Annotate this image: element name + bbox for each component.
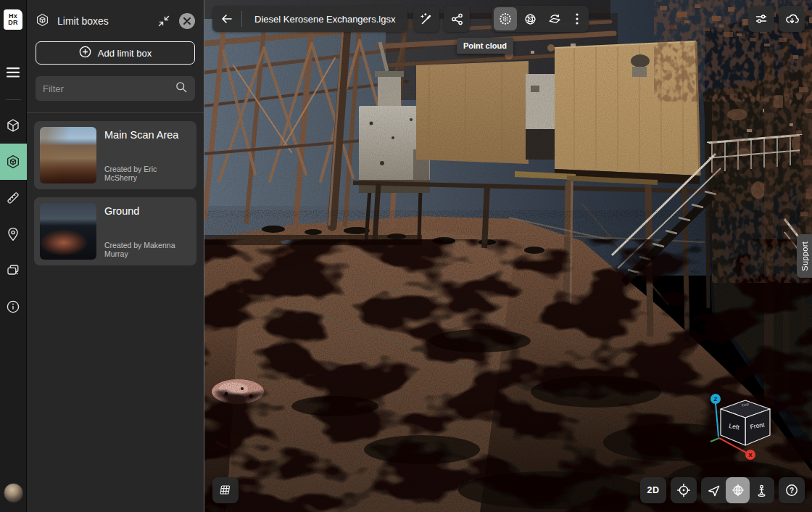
card-text: Main Scan Area Created by Eric McSherry [96,127,191,183]
app-window: Hx DR [0,0,812,512]
close-panel-button[interactable] [179,13,195,29]
scenes-icon [6,263,20,278]
support-label: Support [800,241,809,271]
sidebar-item-measure[interactable] [0,180,27,216]
plus-circle-icon [79,46,91,60]
svg-text:X: X [748,452,753,458]
svg-text:Z: Z [714,396,718,402]
minimap-button[interactable] [212,477,239,503]
document-title: Diesel Kerosene Exchangers.lgsx [242,14,407,25]
add-limit-box-button[interactable]: Add limit box [36,41,195,65]
sidebar-item-scenes[interactable] [0,252,27,289]
limit-box-list: Main Scan Area Created by Eric McSherry … [27,113,204,512]
thumbnail-ground [40,203,96,260]
fly-navigation-icon [707,484,721,497]
navigation-controls: 2D [640,477,805,503]
filter-input[interactable] [43,83,175,94]
view-cube[interactable]: Left Front Top Z X [705,392,784,461]
kebab-menu-icon [576,13,579,25]
svg-text:?: ? [790,487,794,495]
limit-box-header-icon [36,13,49,30]
viewport: Diesel Kerosene Exchangers.lgsx [204,0,812,512]
target-icon [676,483,691,497]
help-button[interactable]: ? [779,477,805,503]
thumbnail-main-scan-area [40,127,96,183]
list-item-ground[interactable]: Ground Created by Makenna Murray [34,197,196,265]
hxdr-logo: Hx DR [4,9,22,30]
collapse-panel-button[interactable] [154,12,173,30]
share-button[interactable] [444,6,470,32]
cloud-download-icon [784,12,800,27]
support-tab[interactable]: Support [797,234,812,278]
main-menu-button[interactable] [0,56,27,89]
mesh-globe-icon [523,12,537,26]
item-created-by: Created by Eric McSherry [104,165,189,182]
camera-mode-group [701,477,774,503]
orbit-globe-icon [731,483,745,497]
textured-mesh-button[interactable] [543,7,566,30]
point-cloud-tooltip: Point cloud [457,38,513,54]
layer-toggle-group [492,6,589,32]
mesh-globe-button[interactable] [518,7,542,30]
user-avatar[interactable] [4,483,23,503]
topright-buttons [748,6,805,32]
item-created-by: Created by Makenna Murray [104,241,189,258]
item-title: Ground [104,205,189,217]
orbit-mode-button[interactable] [726,477,750,503]
panel-title: Limit boxes [57,15,154,27]
more-options-button[interactable] [568,7,587,30]
magic-wand-button[interactable] [413,6,439,32]
2d-mode-button[interactable]: 2D [640,477,666,503]
sidebar-item-locations[interactable] [0,216,27,252]
cube-icon [6,118,20,133]
search-icon [175,80,188,96]
info-icon [6,300,20,314]
help-icon: ? [784,483,799,497]
walk-person-icon [755,484,768,497]
sliders-icon [754,12,768,26]
walk-mode-button[interactable] [750,477,774,503]
viewport-toolbar: Diesel Kerosene Exchangers.lgsx [212,6,589,32]
fly-mode-button[interactable] [702,477,726,503]
item-title: Main Scan Area [104,129,189,141]
grid-map-icon [218,484,233,497]
logo-line-2: DR [8,20,17,27]
sidebar-item-models[interactable] [0,107,27,144]
list-item-main-scan-area[interactable]: Main Scan Area Created by Eric McSherry [34,121,196,189]
left-icon-rail: Hx DR [0,0,27,512]
rail-divider [6,99,21,100]
location-pin-icon [6,227,20,241]
panel-header: Limit boxes [27,3,204,39]
back-button[interactable] [212,6,241,32]
limit-boxes-panel: Limit boxes Add limit box [27,0,204,512]
2d-label: 2D [647,485,660,495]
filter-field [36,76,195,101]
share-icon [450,12,464,26]
add-limit-box-label: Add limit box [98,48,152,59]
hamburger-icon [7,67,20,78]
display-settings-button[interactable] [748,6,774,32]
focus-target-button[interactable] [671,477,697,503]
sidebar-item-limit-boxes[interactable] [0,144,27,180]
card-text: Ground Created by Makenna Murray [96,203,191,260]
point-cloud-button[interactable] [494,7,517,30]
document-pill: Diesel Kerosene Exchangers.lgsx [212,6,407,32]
ruler-icon [6,191,20,205]
textured-mesh-icon [547,12,562,26]
sidebar-item-info[interactable] [0,289,27,325]
limit-box-icon [6,154,20,169]
download-button[interactable] [779,6,805,32]
point-cloud-icon [498,12,513,26]
magic-wand-icon [419,12,434,26]
arrow-left-icon [220,12,234,26]
